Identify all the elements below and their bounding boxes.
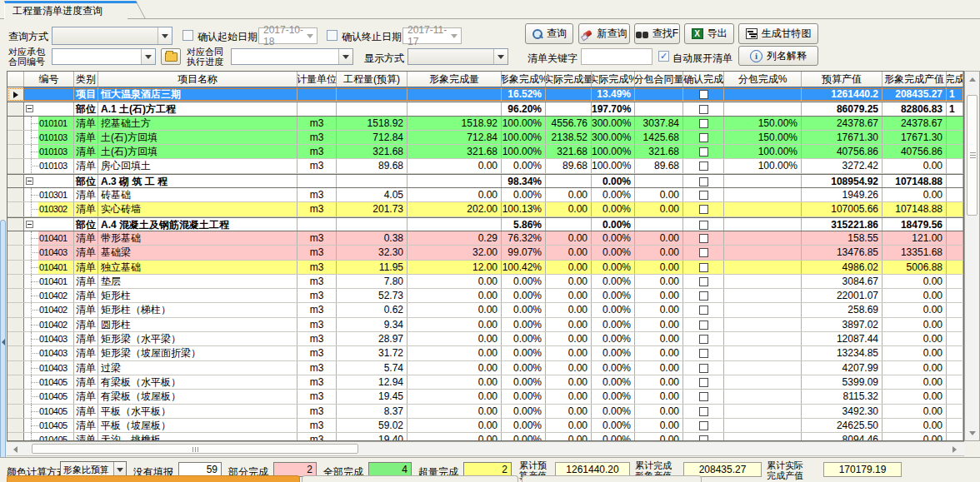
- auto-expand-checkbox[interactable]: ✓: [658, 51, 669, 62]
- table-row[interactable]: 010403清单过梁m35.740.000.00%0.000.00%0.0042…: [8, 361, 963, 375]
- new-query-button[interactable]: 新查询: [578, 23, 630, 44]
- confirm-complete-checkbox[interactable]: [699, 407, 708, 416]
- confirm-complete-checkbox[interactable]: [699, 378, 708, 387]
- confirm-complete-checkbox[interactable]: [699, 191, 708, 200]
- browse-contract-button[interactable]: [161, 48, 181, 65]
- table-row[interactable]: 010405清单有梁板（坡屋板）m319.450.000.00%0.000.00…: [8, 390, 963, 404]
- bottom-tab-3[interactable]: [522, 475, 702, 482]
- vertical-scrollbar[interactable]: [964, 71, 980, 441]
- vertical-scrollbar-thumb[interactable]: [967, 95, 978, 216]
- table-row[interactable]: 部位A.4 混凝土及钢筋混凝土工程5.86%0.00%315221.861847…: [8, 217, 963, 231]
- export-button[interactable]: X 导出: [684, 23, 734, 44]
- scroll-left-icon[interactable]: [13, 446, 18, 453]
- keyword-input[interactable]: [581, 48, 652, 65]
- confirm-complete-checkbox[interactable]: [699, 306, 708, 315]
- bottom-tab-1[interactable]: [7, 475, 300, 482]
- confirm-complete-checkbox[interactable]: [699, 119, 708, 128]
- contract-no-select[interactable]: [52, 48, 156, 65]
- table-row[interactable]: 010402清单矩形柱（梯柱）m30.620.000.00%0.000.00%0…: [8, 303, 963, 317]
- column-header[interactable]: 类别: [74, 72, 98, 87]
- confirm-complete-checkbox[interactable]: [699, 133, 708, 142]
- column-header[interactable]: 实际完成%: [592, 72, 635, 87]
- horizontal-scrollbar-thumb[interactable]: [32, 444, 358, 454]
- end-date-field[interactable]: 2017-11-17: [402, 27, 462, 44]
- scroll-right-icon[interactable]: [952, 446, 957, 453]
- table-row[interactable]: 010403清单基础梁m332.3032.0099.07%0.000.00%0.…: [8, 246, 963, 260]
- column-header[interactable]: 实际完成量: [546, 72, 592, 87]
- confirm-complete-checkbox[interactable]: [699, 248, 708, 257]
- tab-progress-query[interactable]: 工程量清单进度查询: [4, 1, 128, 19]
- confirm-complete-checkbox[interactable]: [699, 349, 708, 358]
- table-row[interactable]: 010401清单垫层m37.800.000.00%0.000.00%0.0030…: [8, 275, 963, 289]
- table-row[interactable]: 010101清单挖基础土方m31518.921518.92100.00%4556…: [8, 117, 963, 131]
- confirm-complete-checkbox[interactable]: [699, 90, 708, 99]
- column-header[interactable]: 计量单位: [298, 72, 337, 87]
- contract-progress-dropdown-button[interactable]: [338, 49, 352, 64]
- contract-progress-select[interactable]: [231, 48, 353, 65]
- column-header[interactable]: 编号: [24, 72, 74, 87]
- end-date-checkbox[interactable]: [327, 30, 338, 41]
- table-row[interactable]: 010405清单平板（坡屋板）m359.020.000.00%0.000.00%…: [8, 419, 963, 433]
- scroll-down-icon[interactable]: [969, 431, 976, 435]
- table-row[interactable]: 010103清单土(石)方回填m3321.68321.68100.00%321.…: [8, 145, 963, 159]
- query-button[interactable]: 查询: [525, 23, 573, 44]
- confirm-complete-checkbox[interactable]: [699, 321, 708, 330]
- confirm-complete-checkbox[interactable]: [699, 435, 708, 441]
- confirm-complete-checkbox[interactable]: [699, 291, 708, 301]
- start-date-field[interactable]: 2017-10-18: [258, 27, 318, 44]
- query-mode-select[interactable]: [52, 27, 172, 45]
- table-row[interactable]: 010302清单实心砖墙m3201.73202.00100.13%0.000.0…: [8, 202, 963, 216]
- tree-collapse-icon[interactable]: [26, 177, 33, 185]
- confirm-complete-checkbox[interactable]: [699, 161, 708, 171]
- column-header[interactable]: 分包完成%: [724, 72, 802, 87]
- confirm-complete-checkbox[interactable]: [699, 392, 708, 401]
- table-row[interactable]: 010405清单天沟、挑檐板m319.400.000.00%0.000.00%0…: [8, 433, 963, 441]
- column-header[interactable]: 实际完成产值: [947, 72, 963, 87]
- confirm-complete-checkbox[interactable]: [699, 421, 708, 430]
- confirm-complete-checkbox[interactable]: [699, 335, 708, 344]
- table-row[interactable]: 010301清单砖基础m34.050.000.00%0.000.00%0.001…: [8, 188, 963, 202]
- table-row[interactable]: 010401清单带形基础m30.380.2976.32%0.000.00%0.0…: [8, 231, 963, 246]
- confirm-complete-checkbox[interactable]: [699, 221, 708, 230]
- generate-gantt-button[interactable]: 生成甘特图: [738, 23, 818, 44]
- column-header[interactable]: 预算产值: [802, 72, 882, 87]
- confirm-complete-checkbox[interactable]: [699, 177, 708, 186]
- column-header[interactable]: 工程量(预算): [337, 72, 408, 87]
- table-row[interactable]: 010103清单房心回填土m389.680.000.00%89.68100.00…: [8, 159, 963, 173]
- column-header[interactable]: 确认完成: [683, 72, 724, 87]
- query-mode-dropdown-button[interactable]: [158, 27, 172, 44]
- confirm-complete-checkbox[interactable]: [699, 277, 708, 286]
- confirm-complete-checkbox[interactable]: [699, 364, 708, 373]
- table-row[interactable]: 010405清单有梁板（水平板）m312.940.000.00%0.000.00…: [8, 375, 963, 390]
- table-row[interactable]: 010403清单矩形梁（坡屋面折梁）m331.720.000.00%0.000.…: [8, 346, 963, 360]
- confirm-complete-checkbox[interactable]: [699, 205, 708, 214]
- table-row[interactable]: 010103清单土(石)方回填m3712.84712.84100.00%2138…: [8, 131, 963, 145]
- tree-collapse-icon[interactable]: [26, 221, 33, 228]
- display-mode-dropdown-button[interactable]: [493, 49, 508, 64]
- contract-no-dropdown-button[interactable]: [141, 49, 155, 64]
- column-header[interactable]: 项目名称: [98, 72, 298, 87]
- scroll-up-icon[interactable]: [969, 77, 976, 82]
- tree-collapse-icon[interactable]: [26, 105, 33, 112]
- table-row[interactable]: 010402清单圆形柱m39.340.000.00%0.000.00%0.003…: [8, 318, 963, 332]
- confirm-complete-checkbox[interactable]: [699, 147, 708, 157]
- confirm-complete-checkbox[interactable]: [699, 263, 708, 272]
- table-row[interactable]: 010405清单平板（水平板）m38.370.000.00%0.000.00%0…: [8, 405, 963, 419]
- display-mode-select[interactable]: [408, 48, 508, 65]
- bottom-tab-2[interactable]: [302, 475, 518, 482]
- confirm-complete-checkbox[interactable]: [699, 105, 708, 114]
- column-header[interactable]: 分包合同量: [635, 72, 683, 87]
- table-row[interactable]: 010402清单矩形柱m352.730.000.00%0.000.00%0.00…: [8, 289, 963, 303]
- column-header[interactable]: 形象完成量: [408, 72, 502, 87]
- side-panel-splitter[interactable]: [0, 220, 6, 463]
- table-row[interactable]: 部位A.1 土(石)方工程96.20%197.70%86079.2582806.…: [8, 102, 963, 116]
- column-header[interactable]: 形象完成%: [502, 72, 546, 87]
- table-row[interactable]: 部位A.3 砌 筑 工 程98.34%0.00%108954.92107148.…: [8, 174, 963, 188]
- column-header[interactable]: 形象完成产值: [882, 72, 947, 87]
- confirm-complete-checkbox[interactable]: [699, 234, 708, 243]
- table-row[interactable]: 010401清单独立基础m311.9512.00100.42%0.000.00%…: [8, 261, 963, 275]
- start-date-checkbox[interactable]: [182, 30, 193, 41]
- column-help-button[interactable]: i 列名解释: [738, 46, 818, 66]
- horizontal-scrollbar[interactable]: [7, 441, 964, 456]
- table-row[interactable]: 010403清单矩形梁（水平梁）m328.970.000.00%0.000.00…: [8, 332, 963, 346]
